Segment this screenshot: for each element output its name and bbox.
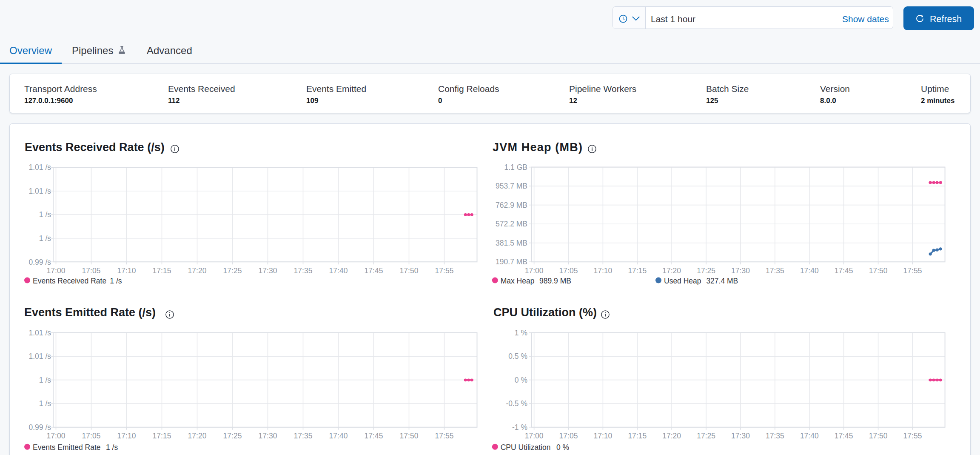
svg-text:0.99 /s: 0.99 /s bbox=[28, 258, 51, 266]
svg-text:17:10: 17:10 bbox=[117, 266, 136, 275]
svg-text:17:25: 17:25 bbox=[223, 266, 242, 275]
svg-text:17:55: 17:55 bbox=[435, 266, 454, 275]
svg-text:989.9 MB: 989.9 MB bbox=[539, 277, 571, 285]
svg-text:17:10: 17:10 bbox=[594, 266, 612, 275]
svg-text:17:20: 17:20 bbox=[188, 266, 207, 275]
svg-text:17:15: 17:15 bbox=[153, 432, 171, 440]
svg-text:190.7 MB: 190.7 MB bbox=[496, 258, 527, 266]
svg-text:17:15: 17:15 bbox=[628, 432, 647, 440]
svg-text:17:20: 17:20 bbox=[662, 266, 681, 275]
svg-text:17:40: 17:40 bbox=[329, 266, 348, 275]
svg-text:17:05: 17:05 bbox=[82, 432, 101, 440]
svg-text:17:35: 17:35 bbox=[294, 432, 313, 440]
svg-text:17:05: 17:05 bbox=[82, 266, 101, 275]
svg-text:17:30: 17:30 bbox=[259, 266, 277, 275]
svg-text:0 %: 0 % bbox=[556, 443, 569, 452]
svg-text:17:15: 17:15 bbox=[153, 266, 171, 275]
svg-text:17:50: 17:50 bbox=[869, 266, 888, 275]
svg-text:1 /s: 1 /s bbox=[110, 277, 122, 285]
svg-text:17:00: 17:00 bbox=[47, 432, 66, 440]
svg-text:1.01 /s: 1.01 /s bbox=[28, 163, 51, 172]
svg-text:1.01 /s: 1.01 /s bbox=[28, 329, 51, 337]
svg-text:17:10: 17:10 bbox=[117, 432, 136, 440]
svg-text:-1 %: -1 % bbox=[512, 423, 527, 432]
svg-text:Max Heap: Max Heap bbox=[501, 277, 535, 285]
svg-text:327.4 MB: 327.4 MB bbox=[706, 277, 738, 285]
svg-text:17:00: 17:00 bbox=[525, 266, 544, 275]
svg-text:17:40: 17:40 bbox=[800, 266, 819, 275]
svg-text:17:40: 17:40 bbox=[329, 432, 348, 440]
svg-text:1.01 /s: 1.01 /s bbox=[28, 187, 51, 195]
svg-text:17:10: 17:10 bbox=[594, 432, 612, 440]
svg-text:572.2 MB: 572.2 MB bbox=[496, 220, 527, 228]
svg-text:1 /s: 1 /s bbox=[39, 376, 51, 384]
svg-text:17:55: 17:55 bbox=[435, 432, 454, 440]
svg-text:17:30: 17:30 bbox=[731, 266, 750, 275]
svg-text:-0.5 %: -0.5 % bbox=[506, 399, 527, 408]
svg-text:0.5 %: 0.5 % bbox=[508, 352, 527, 361]
svg-text:17:00: 17:00 bbox=[47, 266, 66, 275]
svg-text:1 %: 1 % bbox=[515, 329, 527, 337]
svg-text:1 /s: 1 /s bbox=[39, 399, 51, 408]
svg-text:17:55: 17:55 bbox=[903, 432, 922, 440]
svg-text:0 %: 0 % bbox=[515, 376, 527, 384]
svg-text:17:45: 17:45 bbox=[365, 432, 383, 440]
svg-text:1 /s: 1 /s bbox=[39, 210, 51, 219]
svg-text:17:40: 17:40 bbox=[800, 432, 819, 440]
svg-text:17:20: 17:20 bbox=[188, 432, 207, 440]
svg-text:0.99 /s: 0.99 /s bbox=[28, 423, 51, 432]
svg-text:CPU Utilization: CPU Utilization bbox=[501, 443, 551, 452]
svg-text:Used Heap: Used Heap bbox=[664, 277, 701, 285]
svg-text:17:25: 17:25 bbox=[697, 432, 715, 440]
svg-text:17:00: 17:00 bbox=[525, 432, 544, 440]
svg-text:17:35: 17:35 bbox=[294, 266, 313, 275]
svg-text:17:45: 17:45 bbox=[835, 266, 853, 275]
svg-text:17:35: 17:35 bbox=[766, 432, 784, 440]
svg-text:1.01 /s: 1.01 /s bbox=[28, 352, 51, 361]
svg-text:17:25: 17:25 bbox=[223, 432, 242, 440]
svg-text:762.9 MB: 762.9 MB bbox=[496, 201, 527, 209]
svg-text:953.7 MB: 953.7 MB bbox=[496, 182, 527, 190]
svg-text:17:35: 17:35 bbox=[766, 266, 784, 275]
svg-text:17:05: 17:05 bbox=[559, 266, 578, 275]
svg-text:1 /s: 1 /s bbox=[39, 234, 51, 243]
svg-text:17:30: 17:30 bbox=[259, 432, 277, 440]
svg-text:17:30: 17:30 bbox=[731, 432, 750, 440]
svg-text:1.1 GB: 1.1 GB bbox=[504, 163, 527, 172]
svg-text:17:05: 17:05 bbox=[559, 432, 578, 440]
svg-text:17:45: 17:45 bbox=[835, 432, 853, 440]
svg-text:17:55: 17:55 bbox=[903, 266, 922, 275]
svg-text:Events Received Rate: Events Received Rate bbox=[33, 277, 106, 285]
svg-text:17:50: 17:50 bbox=[400, 266, 419, 275]
svg-text:17:50: 17:50 bbox=[400, 432, 419, 440]
svg-text:17:15: 17:15 bbox=[628, 266, 647, 275]
svg-text:1 /s: 1 /s bbox=[106, 443, 118, 452]
svg-text:17:25: 17:25 bbox=[697, 266, 715, 275]
svg-text:17:45: 17:45 bbox=[365, 266, 383, 275]
svg-text:Events Emitted Rate: Events Emitted Rate bbox=[33, 443, 101, 452]
svg-text:17:50: 17:50 bbox=[869, 432, 888, 440]
svg-text:381.5 MB: 381.5 MB bbox=[496, 239, 527, 247]
svg-text:17:20: 17:20 bbox=[662, 432, 681, 440]
